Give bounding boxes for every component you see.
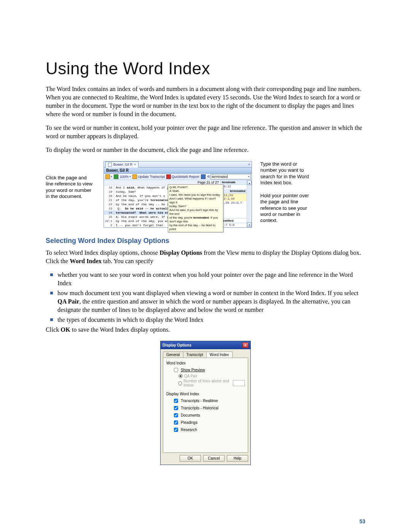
page-title: Using the Word Index: [46, 59, 365, 78]
index-entry-refs[interactable]: 3,25 24:6,7: [221, 201, 247, 205]
index-entry-header[interactable]: ▴terminated: [221, 189, 247, 193]
word-index-search-input[interactable]: terminated ▾: [210, 174, 251, 179]
document-tab-label: Bower, Gil R: [113, 163, 132, 166]
dialog-buttons: OK Cancel Help: [161, 455, 250, 465]
scroll-up-icon[interactable]: ▴: [247, 181, 252, 185]
index-entry-header[interactable]: testified: [221, 218, 247, 223]
list-item: the types of documents in which to displ…: [46, 316, 365, 324]
bullet-icon: [50, 273, 53, 276]
zoom-level[interactable]: 100%▾: [120, 175, 131, 179]
close-icon[interactable]: ✕: [242, 342, 249, 348]
line-text: I -- you don't forget that.: [114, 223, 165, 227]
list-item: whether you want to see your word in con…: [46, 271, 365, 288]
search-value: terminated: [212, 175, 228, 179]
line-number: 25: [104, 215, 114, 219]
group-label: Word Index: [166, 361, 245, 365]
window-titlebar: Bower, Gil R: [104, 168, 252, 174]
toolbar-icon[interactable]: [201, 174, 206, 179]
help-button[interactable]: Help: [227, 455, 248, 462]
toolbar: ▾ 100%▾ Update Transcript QuickMark Repo…: [104, 174, 252, 180]
quickmark-report-button[interactable]: QuickMark Report: [166, 174, 199, 179]
line-number: 23: [104, 206, 114, 211]
document-tab[interactable]: Bower, Gil R ×: [105, 161, 139, 168]
cancel-button[interactable]: Cancel: [203, 455, 225, 462]
figure-transcript-window: Click the page and line reference to vie…: [46, 161, 365, 228]
index-entry-refs[interactable]: 26:12: [221, 185, 247, 189]
line-text: today, Sam?: [114, 190, 136, 194]
callout-right-1: Type the word or number you want to sear…: [260, 161, 313, 186]
bullet-icon: [50, 292, 53, 294]
num-lines-input[interactable]: [233, 380, 245, 386]
app-window: Bower, Gil R × ▾ Bower, Gil R ▾ 100%▾ Up…: [104, 161, 252, 228]
section-heading: Selecting Word Index Display Options: [46, 237, 365, 245]
tab-transcript[interactable]: Transcript: [183, 351, 207, 358]
line-text: Q. So he said -- he actually sa: [114, 206, 176, 211]
num-lines-radio[interactable]: Number of lines above and below: [178, 379, 245, 387]
update-transcript-button[interactable]: Update Transcript: [132, 174, 165, 179]
intro-paragraph-1: The Word Index contains an index of word…: [46, 85, 365, 118]
index-entry-refs[interactable]: ;21;24 22:1,18: [221, 193, 247, 201]
intro-paragraph-3: To display the word or number in the doc…: [46, 146, 365, 154]
section-paragraph: To select Word Index display options, ch…: [46, 249, 365, 265]
index-entry-refs[interactable]: 3:7 5:8: [221, 223, 247, 227]
bullet-icon: [50, 318, 53, 321]
word-index-panel: terminate 26:12 ▴terminated ;21;24 22:1,…: [220, 180, 247, 227]
line-number: 22: [104, 202, 114, 206]
close-icon[interactable]: ×: [134, 163, 136, 166]
dialog-tabs: General Transcript Word Index: [161, 349, 250, 358]
tab-word-index[interactable]: Word Index: [206, 351, 233, 358]
opt-research[interactable]: Research: [172, 427, 245, 433]
scroll-down-icon[interactable]: ▾: [247, 222, 252, 227]
closing-paragraph: Click OK to save the Word Index display …: [46, 326, 365, 334]
line-number: 18: [104, 185, 114, 190]
toolbar-style-button[interactable]: [114, 174, 118, 179]
opt-transcripts-historical[interactable]: Transcripts - Historical: [172, 405, 245, 411]
line-text: A. His exact words were, If yo: [114, 215, 170, 219]
line-number: 22:1: [104, 219, 114, 223]
line-number: 20: [104, 194, 114, 198]
context-tooltip: Q Mr. Porter? A Yeah. I said, We need yo…: [168, 184, 223, 232]
list-item: how much document text you want displaye…: [46, 289, 365, 314]
tab-overflow-icon[interactable]: ▾: [249, 163, 250, 166]
opt-transcripts-realtime[interactable]: Transcripts - Realtime: [172, 398, 245, 404]
opt-documents[interactable]: Documents: [172, 412, 245, 419]
dialog-pane: Word Index Show Preview QA Pair Number o…: [163, 358, 248, 453]
line-number: 21: [104, 198, 114, 202]
opt-pleadings[interactable]: Pleadings: [172, 419, 245, 426]
transcript-panel: Page 21 of 27 18And I said, What happens…: [104, 180, 220, 227]
display-options-dialog: Display Options ✕ General Transcript Wor…: [160, 341, 251, 465]
index-entry-header[interactable]: terminate: [221, 180, 247, 185]
intro-paragraph-2: To see the word or number in context, ho…: [46, 124, 365, 141]
dialog-titlebar: Display Options ✕: [161, 341, 250, 349]
scrollbar[interactable]: ▴ ▾: [247, 180, 252, 227]
show-preview-checkbox[interactable]: Show Preview: [172, 367, 245, 373]
callout-right-2: Hold your pointer over the page and line…: [260, 193, 313, 224]
line-number: 2: [104, 223, 114, 227]
qa-pair-radio[interactable]: QA Pair: [178, 374, 245, 378]
callout-right: Type the word or number you want to sear…: [260, 161, 313, 224]
line-number: 24: [104, 211, 114, 215]
group-label: Display Word Index: [166, 392, 245, 396]
ok-button[interactable]: OK: [180, 455, 201, 462]
callout-left: Click the page and line reference to vie…: [46, 161, 95, 200]
toolbar-view-button[interactable]: ▾: [105, 174, 112, 179]
dialog-title: Display Options: [162, 343, 191, 347]
document-icon: [108, 163, 112, 167]
chevron-down-icon[interactable]: ▾: [248, 175, 250, 178]
line-text: And he said, If you don't s: [114, 194, 165, 198]
tab-general[interactable]: General: [163, 351, 183, 358]
window-tabbar: Bower, Gil R × ▾: [104, 161, 252, 168]
line-number: 19: [104, 190, 114, 194]
